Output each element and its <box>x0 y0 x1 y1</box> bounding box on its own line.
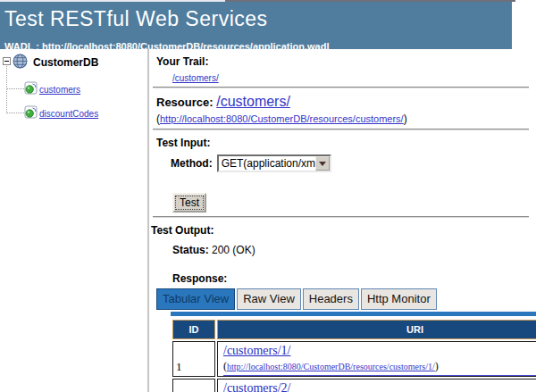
paren-close: ) <box>404 113 407 125</box>
tab-raw-view[interactable]: Raw View <box>237 288 301 310</box>
response-tabs: Tabular View Raw View Headers Http Monit… <box>156 288 536 310</box>
your-trail-heading: Your Trail: <box>156 55 536 68</box>
test-content-frame: Your Trail: /customers/ Resource: /custo… <box>151 49 536 392</box>
sidebar-item-customers[interactable]: customers <box>39 85 80 95</box>
tree-connector-vertical <box>6 66 7 113</box>
row-uri-cell: /customers/2/ (http://localhost:8080/Cus… <box>217 379 536 392</box>
tree-collapse-toggle-icon[interactable] <box>3 57 11 65</box>
table-header-row: ID URI <box>172 320 536 339</box>
divider <box>153 129 529 130</box>
column-header-uri: URI <box>217 320 536 339</box>
table-row: 2 /customers/2/ (http://localhost:8080/C… <box>172 379 536 392</box>
tab-http-monitor[interactable]: Http Monitor <box>361 288 437 310</box>
customer-1-full-url-link[interactable]: http://localhost:8080/CustomerDB/resourc… <box>227 362 435 371</box>
dropdown-arrow-icon[interactable] <box>315 156 330 171</box>
test-input-heading: Test Input: <box>156 137 536 149</box>
resource-node-icon <box>24 81 38 98</box>
divider <box>153 87 529 88</box>
method-label: Method: <box>171 157 213 170</box>
status-label: Status: <box>172 244 209 256</box>
method-select[interactable]: GET(application/xml) <box>217 154 331 172</box>
row-id-cell: 2 <box>172 379 215 392</box>
divider <box>153 216 529 218</box>
status-row: Status: 200 (OK) <box>172 244 536 256</box>
trail-customers-link[interactable]: /customers/ <box>172 73 219 83</box>
paren-close: ) <box>435 360 439 372</box>
resource-link[interactable]: /customers/ <box>216 94 290 109</box>
customer-2-link[interactable]: /customers/2/ <box>223 381 290 392</box>
wadl-link[interactable]: http://localhost:8080/CustomerDB/resourc… <box>42 41 330 49</box>
table-row: 1 /customers/1/ (http://localhost:8080/C… <box>172 341 536 377</box>
test-button[interactable]: Test <box>172 193 206 213</box>
wadl-line: WADL : http://localhost:8080/CustomerDB/… <box>4 41 329 49</box>
customer-1-url-line: (http://localhost:8080/CustomerDB/resour… <box>223 360 536 376</box>
row-id-cell: 1 <box>172 341 215 377</box>
resource-url-line: (http://localhost:8080/CustomerDB/resour… <box>156 113 536 125</box>
header-banner: Test RESTful Web Services WADL : http://… <box>0 2 512 49</box>
status-value: 200 (OK) <box>212 244 255 256</box>
tree-connector <box>7 113 24 113</box>
test-restful-page: Test RESTful Web Services WADL : http://… <box>0 0 536 392</box>
test-output-heading: Test Output: <box>151 224 536 237</box>
resource-tree: CustomerDB customers discountCodes <box>0 49 149 392</box>
tab-tabular-view[interactable]: Tabular View <box>156 288 235 310</box>
wadl-label: WADL : <box>4 41 39 49</box>
tree-root-customerdb: CustomerDB <box>33 56 98 69</box>
resource-node-icon <box>24 105 38 122</box>
tab-headers[interactable]: Headers <box>303 288 359 310</box>
resource-heading: Resource: <box>156 96 214 109</box>
customer-1-link[interactable]: /customers/1/ <box>223 344 290 357</box>
tree-connector <box>7 88 24 89</box>
method-selected-value: GET(application/xml) <box>222 157 322 170</box>
response-table: ID URI 1 /customers/1/ (http://localhost… <box>171 318 536 392</box>
sidebar-item-discountcodes[interactable]: discountCodes <box>39 109 98 119</box>
resource-full-url-link[interactable]: http://localhost:8080/CustomerDB/resourc… <box>160 113 404 124</box>
globe-icon <box>13 54 28 72</box>
page-title: Test RESTful Web Services <box>4 7 512 31</box>
response-label: Response: <box>172 272 536 285</box>
tab-underline-bar <box>171 312 536 316</box>
column-header-id: ID <box>172 320 215 339</box>
row-uri-cell: /customers/1/ (http://localhost:8080/Cus… <box>217 341 536 377</box>
